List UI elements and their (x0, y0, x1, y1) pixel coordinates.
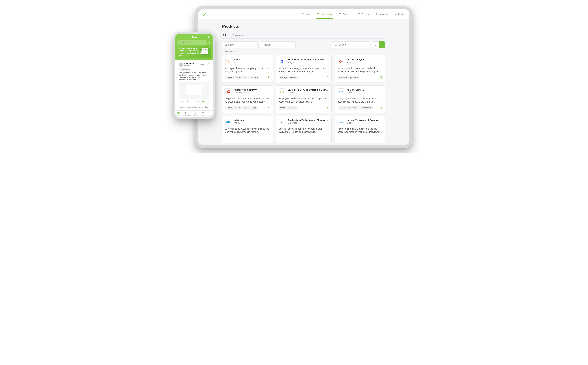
product-card[interactable]: |||||Fonixa||||| AI Call Analysis Fonixa… (335, 55, 385, 83)
coin-value: 10 (205, 48, 207, 50)
product-card[interactable]: esp Employee Service Catalog & Digit… Ex… (276, 85, 332, 113)
share-text: Share to earn (180, 106, 189, 108)
nav-messages[interactable]: Messages (374, 10, 389, 19)
post-time: 1 hour ago (197, 64, 204, 66)
product-card[interactable]: Infrastructure Managed Services Blugrass… (276, 55, 332, 83)
tag-chip: Cyber Security (225, 106, 241, 110)
share-hint: Share to earn 10 instead of 2 Social Poi… (177, 105, 211, 108)
coin-small: ◎ 10 (202, 48, 208, 51)
messages-icon (374, 13, 377, 16)
bookmark-icon[interactable] (326, 76, 329, 79)
grid-view-button[interactable] (379, 42, 385, 48)
top-nav: News Marketplace Requests Events (198, 9, 409, 19)
phone-tab-events[interactable]: Events (201, 112, 205, 116)
phone-search-input[interactable] (182, 41, 205, 43)
nav-marketplace[interactable]: Marketplace (316, 10, 333, 19)
search-input[interactable] (338, 43, 367, 46)
product-provider: Trend Micro (234, 91, 270, 94)
product-card[interactable]: ubility AI Assist Ubility AI Assist help… (222, 116, 273, 143)
svg-point-8 (335, 44, 336, 45)
close-icon[interactable]: × (209, 47, 210, 49)
tab-label: Events (201, 114, 205, 116)
product-provider: Ubility (347, 91, 382, 94)
product-card[interactable]: stemeXe Exceed Grow your business and yo… (222, 55, 273, 83)
search-box[interactable] (332, 42, 370, 48)
share-text: 10 (189, 106, 191, 108)
phone-search[interactable] (177, 40, 207, 45)
product-name: Cloud App Security (234, 88, 270, 91)
comment-icon (186, 101, 188, 103)
share-text: instead of (191, 106, 198, 108)
product-desc: To protect users from advanced threats a… (225, 97, 270, 103)
rss-icon[interactable] (207, 63, 209, 66)
product-logo: esp (279, 88, 285, 95)
product-desc: We have a solution that uses artificial … (338, 67, 382, 73)
nav-events[interactable]: Events (357, 10, 369, 19)
product-card[interactable]: ubility AI Consultancy Ubility Many orga… (335, 85, 385, 113)
phone-tab-marketplace[interactable]: Marketplace (183, 112, 190, 116)
product-name: AI Call Analysis (347, 58, 382, 61)
like-button[interactable]: 79 (179, 101, 184, 103)
product-card[interactable]: higher Higher Recruitment Solution Excee… (335, 116, 385, 143)
product-name: Higher Recruitment Solution (347, 119, 382, 121)
product-logo: ubility (338, 88, 344, 95)
nav-requests[interactable]: Requests (338, 10, 352, 19)
facebook-share-button[interactable]: f (193, 100, 196, 103)
svg-rect-9 (381, 44, 382, 45)
product-card[interactable]: Application Performance Monitor… Dynatra… (276, 116, 332, 143)
points-banner: × You've earned 20 Social Points this we… (177, 46, 211, 58)
marketplace-icon (185, 112, 188, 114)
bookmark-icon[interactable] (379, 106, 382, 109)
list-view-button[interactable] (372, 42, 379, 48)
nav-news[interactable]: News (301, 10, 311, 19)
provider-select[interactable]: Provider (260, 42, 296, 48)
banner-text: this week, that's (184, 50, 197, 52)
product-logo (279, 119, 285, 125)
phone-screen: News × You've earned 20 Social Points th… (175, 34, 213, 117)
linkedin-share-button[interactable]: in (197, 100, 200, 103)
phone-topbar: News (175, 34, 213, 40)
requests-icon (194, 112, 197, 114)
svg-rect-12 (382, 45, 383, 46)
tab-label: Marketplace (183, 114, 190, 116)
post-user: Sam Smith (184, 63, 194, 65)
tag-chip: Cloud Storage (242, 106, 258, 110)
product-name: Employee Service Catalog & Digit… (288, 88, 329, 91)
phone-tab-profile[interactable]: Profile (208, 112, 211, 116)
bookmark-icon[interactable] (379, 76, 382, 79)
tab-all[interactable]: All (222, 32, 227, 38)
comment-button[interactable]: 4 (186, 101, 189, 103)
requests-icon (338, 13, 341, 16)
twitter-share-button[interactable] (202, 100, 205, 103)
bookmark-icon[interactable] (267, 106, 270, 109)
product-logo: higher (338, 119, 344, 125)
svg-point-4 (375, 14, 375, 14)
product-desc: We help in keeping your environment up t… (279, 67, 329, 73)
tag-chip: Artificial Intelligence (338, 106, 358, 110)
app-logo (203, 12, 207, 16)
product-provider: Exceed (347, 122, 382, 124)
categories-select[interactable]: Categories (222, 42, 258, 48)
chevron-down-icon (253, 44, 255, 46)
filter-icon[interactable] (208, 42, 210, 44)
product-provider: Exceed (288, 91, 329, 94)
more-button[interactable]: ⋯ (206, 100, 209, 103)
nav-label: Marketplace (321, 13, 333, 15)
product-name: stemeXe (234, 58, 270, 61)
avatar[interactable] (179, 63, 183, 67)
product-logo (225, 58, 232, 65)
product-card[interactable]: Cloud App Security Trend Micro To protec… (222, 85, 273, 113)
phone-title: News (175, 36, 213, 38)
coin-large: ⬇ 20 (201, 51, 208, 55)
tab-favourites[interactable]: Favourites (232, 32, 244, 38)
phone-tab-news[interactable]: News (177, 112, 180, 116)
phone-feed: Sam Smith Member 1 hour ago Exceeders Ap… (175, 60, 213, 110)
svg-point-19 (179, 42, 180, 43)
post-card[interactable]: Sam Smith Member 1 hour ago Exceeders Ap… (177, 61, 211, 105)
bookmark-icon[interactable] (326, 106, 329, 109)
svg-point-25 (209, 112, 210, 113)
bookmark-icon[interactable] (267, 76, 270, 79)
post-image[interactable] (179, 82, 209, 99)
phone-tab-requests[interactable]: Requests (193, 112, 198, 116)
nav-profile[interactable]: Profile (394, 10, 405, 19)
